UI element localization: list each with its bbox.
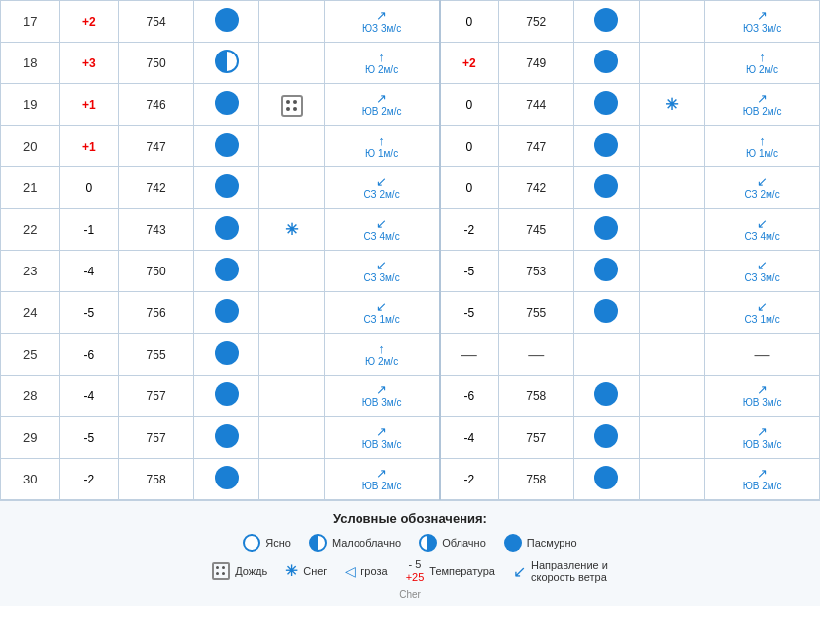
legend-item-partly: Малооблачно bbox=[309, 534, 401, 552]
pressure-value: 758 bbox=[526, 389, 546, 403]
pressure-cell-2: 752 bbox=[498, 1, 573, 43]
temp-cell-2: -6 bbox=[440, 376, 499, 417]
temperature-value: -2 bbox=[463, 223, 474, 237]
temp-cell-2: -5 bbox=[440, 251, 499, 292]
day-cell: 21 bbox=[1, 167, 60, 209]
cloud-cell-1 bbox=[194, 126, 259, 167]
temp-dash: — bbox=[461, 346, 477, 363]
legend-item-rain: Дождь bbox=[212, 562, 267, 580]
cloud-cell-2 bbox=[573, 43, 639, 84]
pressure-cell-2: 744 bbox=[498, 84, 573, 126]
wind-direction: СЗ 2м/с bbox=[327, 189, 436, 201]
pressure-value: 757 bbox=[147, 431, 166, 445]
cloud-cell-2 bbox=[573, 251, 639, 292]
temp-cell-2: +2 bbox=[440, 43, 499, 84]
legend-item-overcast: Пасмурно bbox=[504, 534, 577, 552]
cloud-cell-2 bbox=[573, 417, 639, 459]
cloudy-icon bbox=[419, 534, 437, 552]
wind-arrow-icon: ↙ bbox=[376, 299, 387, 315]
cloud-icon-full bbox=[215, 133, 239, 157]
pressure-cell-2: 757 bbox=[498, 417, 573, 459]
wind-direction: Ю 1м/с bbox=[707, 148, 817, 160]
pressure-cell-1: 742 bbox=[119, 167, 194, 209]
temp-legend-box: - 5 +25 bbox=[406, 558, 425, 584]
wind-cell-1: ↑ Ю 2м/с bbox=[325, 334, 440, 376]
wind-direction: ЮЗ 3м/с bbox=[707, 23, 817, 35]
wind-cell: ↙ СЗ 1м/с bbox=[707, 299, 817, 327]
wind-cell-1: ↑ Ю 2м/с bbox=[325, 43, 440, 84]
temp-cell-1: -4 bbox=[59, 251, 119, 292]
pressure-value: 747 bbox=[526, 140, 546, 154]
temp-cell-2: -2 bbox=[440, 209, 499, 251]
temperature-value: -4 bbox=[463, 431, 474, 445]
precip-cell-1 bbox=[259, 84, 325, 126]
temperature-value: -5 bbox=[463, 265, 474, 278]
temperature-value: 0 bbox=[465, 140, 472, 154]
legend-item-clear: Ясно bbox=[243, 534, 291, 552]
wind-arrow-icon: ↗ bbox=[376, 8, 387, 24]
pressure-value: 744 bbox=[526, 98, 546, 112]
temp-cell-2: 0 bbox=[440, 167, 499, 209]
cloud-icon-full bbox=[215, 299, 239, 323]
temperature-value: -1 bbox=[83, 223, 94, 237]
temperature-value: +2 bbox=[82, 15, 96, 29]
legend-label-overcast: Пасмурно bbox=[527, 537, 577, 549]
pressure-cell-2: — bbox=[498, 334, 573, 376]
wind-cell: ↙ СЗ 2м/с bbox=[707, 174, 817, 202]
pressure-value: 742 bbox=[147, 181, 166, 195]
precip-cell-1: ✳ bbox=[259, 209, 325, 251]
cloud-cell-1 bbox=[194, 334, 259, 376]
cloud-icon-full bbox=[594, 91, 618, 115]
temperature-value: 0 bbox=[85, 181, 92, 195]
day-cell: 23 bbox=[1, 251, 60, 292]
temperature-value: -6 bbox=[463, 389, 474, 403]
precip-cell-1 bbox=[259, 292, 325, 334]
legend-label-cloudy: Облачно bbox=[442, 537, 486, 549]
cloud-cell-2 bbox=[573, 209, 639, 251]
precip-cell-1 bbox=[259, 417, 325, 459]
legend-label-rain: Дождь bbox=[235, 565, 267, 577]
pressure-value: 755 bbox=[526, 306, 546, 320]
precip-cell-2 bbox=[639, 417, 704, 459]
day-cell: 22 bbox=[1, 209, 60, 251]
pressure-cell-1: 750 bbox=[119, 251, 194, 292]
snow-icon: ✳ bbox=[285, 562, 298, 580]
wind-cell-1: ↗ ЮВ 2м/с bbox=[325, 459, 440, 500]
cloud-icon-full bbox=[215, 382, 239, 406]
wind-cell: ↗ ЮЗ 3м/с bbox=[327, 8, 436, 36]
snow-icon: ✳ bbox=[666, 96, 678, 113]
cloud-cell-2 bbox=[573, 84, 639, 126]
pressure-value: 758 bbox=[147, 473, 166, 486]
cloud-cell-2 bbox=[573, 459, 639, 500]
wind-arrow-icon: ↑ bbox=[378, 50, 385, 65]
cloud-icon-full bbox=[215, 466, 239, 489]
day-cell: 19 bbox=[1, 84, 60, 126]
legend-item-thunder: ◁ гроза bbox=[345, 563, 387, 579]
wind-direction: ЮВ 2м/с bbox=[327, 481, 436, 492]
cloud-icon-full bbox=[215, 341, 239, 365]
pressure-value: 743 bbox=[147, 223, 166, 237]
day-cell: 18 bbox=[1, 43, 60, 84]
pressure-value: 758 bbox=[526, 473, 546, 486]
legend-label-partly: Малооблачно bbox=[332, 537, 401, 549]
wind-cell: ↗ ЮВ 2м/с bbox=[707, 91, 817, 119]
temp-neg-label: - 5 bbox=[406, 558, 425, 571]
day-cell: 30 bbox=[1, 459, 60, 500]
wind-direction: СЗ 4м/с bbox=[327, 231, 436, 243]
wind-arrow-icon: ↑ bbox=[378, 133, 385, 149]
wind-cell-2: ↗ ЮЗ 3м/с bbox=[705, 1, 820, 43]
pressure-value: 757 bbox=[147, 389, 166, 403]
cloud-cell-2 bbox=[573, 167, 639, 209]
wind-cell-2: ↙ СЗ 2м/с bbox=[705, 167, 820, 209]
cloud-cell-2 bbox=[573, 292, 639, 334]
wind-cell-2: ↗ ЮВ 2м/с bbox=[705, 84, 820, 126]
overcast-icon bbox=[504, 534, 522, 552]
wind-direction: Ю 2м/с bbox=[707, 64, 817, 76]
pressure-value: 742 bbox=[526, 181, 546, 195]
pressure-cell-2: 753 bbox=[498, 251, 573, 292]
pressure-value: 753 bbox=[526, 265, 546, 278]
precip-cell-2 bbox=[639, 292, 704, 334]
wind-cell-2: ↙ СЗ 1м/с bbox=[705, 292, 820, 334]
cloud-icon-full bbox=[215, 8, 239, 32]
wind-arrow-icon: ↙ bbox=[376, 216, 387, 232]
